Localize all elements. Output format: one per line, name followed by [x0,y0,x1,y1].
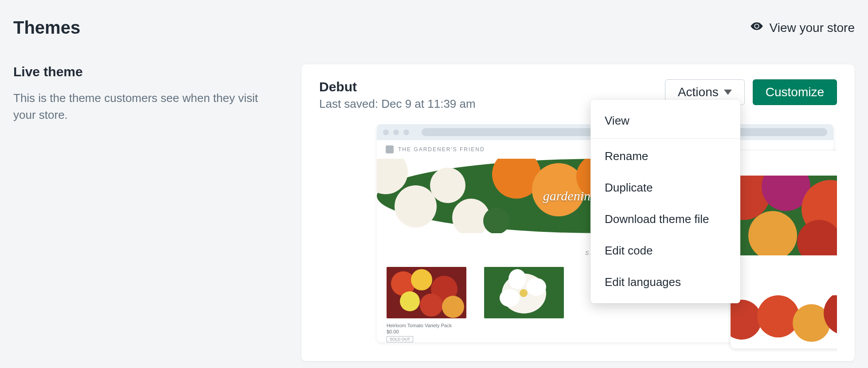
preview-product-image [484,267,564,318]
preview-product-title: Heirloom Tomato Variety Pack [387,323,466,328]
theme-info: Debut Last saved: Dec 9 at 11:39 am [319,79,476,111]
view-store-label: View your store [770,21,855,35]
preview-mobile-topbar [731,151,837,176]
page-title: Themes [13,18,80,38]
actions-menu-rename[interactable]: Rename [590,141,740,172]
theme-preview-mobile: for [731,151,837,348]
view-store-link[interactable]: View your store [750,20,855,36]
traffic-light-dot [403,129,409,135]
actions-menu-duplicate[interactable]: Duplicate [590,172,740,204]
theme-last-saved: Last saved: Dec 9 at 11:39 am [319,97,476,111]
preview-product-image [387,267,466,318]
theme-card: Debut Last saved: Dec 9 at 11:39 am Acti… [301,64,855,361]
customize-button[interactable]: Customize [753,79,837,105]
actions-menu-download[interactable]: Download theme file [590,204,740,235]
actions-menu-edit-languages[interactable]: Edit languages [590,266,740,298]
dropdown-separator [590,138,740,139]
preview-product-badge: SOLD OUT [387,336,413,342]
live-theme-sidebar: Live theme This is the theme customers s… [13,64,301,123]
actions-dropdown: View Rename Duplicate Download theme fil… [590,100,740,303]
actions-menu-edit-code[interactable]: Edit code [590,235,740,266]
preview-logo-icon [386,145,394,153]
live-theme-heading: Live theme [13,64,284,79]
preview-brand-text: THE GARDENER'S FRIEND [398,146,485,153]
preview-mobile-product-strip [731,295,837,348]
theme-name: Debut [319,79,476,94]
actions-button-label: Actions [678,86,719,98]
actions-menu-view[interactable]: View [590,105,740,137]
traffic-light-dot [393,129,399,135]
live-theme-description: This is the theme customers see when the… [13,90,270,123]
preview-mobile-hero: for [731,176,837,255]
traffic-light-dot [383,129,389,135]
preview-product [484,267,564,342]
preview-product-price: $0.00 [387,329,466,334]
chevron-down-icon [724,90,732,95]
page-header: Themes View your store [13,18,855,38]
customize-button-label: Customize [766,86,824,98]
theme-preview: THE GARDENER'S FRIEND [319,124,837,355]
eye-icon [750,20,763,36]
preview-product: Heirloom Tomato Variety Pack $0.00 SOLD … [387,267,466,342]
